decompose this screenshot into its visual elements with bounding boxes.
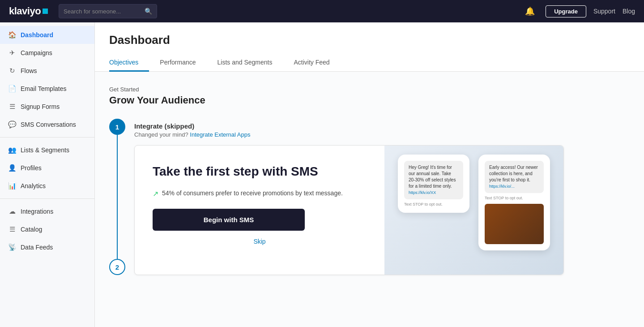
steps-content: Integrate (skipped) Changed your mind? I…: [134, 119, 630, 275]
sidebar-item-sms-conversations[interactable]: 💬 SMS Conversations: [0, 116, 94, 133]
logo-text: klaviyo: [9, 5, 41, 17]
profiles-icon: 👤: [8, 164, 16, 172]
step-1-subtitle: Changed your mind? Integrate External Ap…: [134, 131, 630, 138]
sidebar-item-lists-segments[interactable]: 👥 Lists & Segments: [0, 141, 94, 159]
data-feeds-icon: 📡: [8, 243, 16, 251]
sidebar-item-flows[interactable]: ↻ Flows: [0, 62, 94, 80]
phone-mockup-1: Hey Greg! It's time for our annual sale.…: [398, 155, 469, 213]
catalog-icon: ☰: [8, 225, 16, 233]
search-icon: 🔍: [145, 8, 152, 15]
logo: klaviyo: [9, 5, 48, 17]
integrate-apps-link[interactable]: Integrate External Apps: [190, 131, 250, 138]
logo-square: [43, 9, 48, 14]
support-link[interactable]: Support: [593, 8, 615, 15]
stat-text: 54% of consumers prefer to receive promo…: [162, 189, 343, 198]
sidebar-item-integrations[interactable]: ☁ Integrations: [0, 202, 94, 220]
sidebar-label-profiles: Profiles: [21, 164, 42, 172]
sidebar-item-email-templates[interactable]: 📄 Email Templates: [0, 80, 94, 98]
email-templates-icon: 📄: [8, 85, 16, 93]
grow-title: Grow Your Audience: [109, 95, 630, 106]
content-header: Dashboard Objectives Performance Lists a…: [95, 22, 644, 72]
step-2-circle: 2: [109, 259, 125, 275]
sidebar-label-analytics: Analytics: [21, 182, 46, 189]
phone-stop-1: Text STOP to opt out.: [404, 202, 463, 207]
phone-link-1: https://klv.io/XX: [409, 190, 436, 195]
sidebar-item-dashboard[interactable]: 🏠 Dashboard: [0, 26, 94, 44]
phone-stop-2: Text STOP to opt out.: [485, 196, 544, 200]
sms-card: Take the first step with SMS ↗ 54% of co…: [134, 145, 564, 275]
sidebar-label-dashboard: Dashboard: [21, 31, 53, 39]
sidebar-item-analytics[interactable]: 📊 Analytics: [0, 177, 94, 195]
search-bar[interactable]: 🔍: [59, 4, 157, 18]
sidebar-label-signup-forms: Signup Forms: [21, 103, 60, 110]
tab-lists-segments[interactable]: Lists and Segments: [207, 54, 283, 72]
sidebar-divider-2: [0, 198, 94, 199]
skip-link[interactable]: Skip: [153, 238, 367, 245]
sms-card-title: Take the first step with SMS: [153, 164, 367, 180]
step-2-number: 2: [115, 263, 119, 271]
flows-icon: ↻: [8, 67, 16, 75]
phone-msg-text-2: Early access! Our newer collection is he…: [489, 165, 538, 182]
sidebar-label-email-templates: Email Templates: [21, 85, 66, 92]
content-body: Get Started Grow Your Audience 1 2: [95, 72, 644, 327]
sidebar-label-campaigns: Campaigns: [21, 49, 52, 56]
steps-container: 1 2 Integrate (skipped) Changed your min…: [109, 119, 630, 275]
get-started-label: Get Started: [109, 86, 630, 93]
phone-mockup-2: Early access! Our newer collection is he…: [478, 155, 550, 250]
page-title: Dashboard: [109, 33, 630, 47]
sms-stat: ↗ 54% of consumers prefer to receive pro…: [153, 189, 367, 198]
signup-forms-icon: ☰: [8, 103, 16, 111]
sidebar-divider: [0, 137, 94, 138]
begin-sms-button[interactable]: Begin with SMS: [153, 209, 305, 231]
sidebar-item-catalog[interactable]: ☰ Catalog: [0, 220, 94, 238]
sms-icon: 💬: [8, 120, 16, 129]
tab-objectives[interactable]: Objectives: [109, 54, 149, 72]
changed-mind-text: Changed your mind?: [134, 131, 188, 138]
sidebar-item-profiles[interactable]: 👤 Profiles: [0, 159, 94, 177]
main-content: Dashboard Objectives Performance Lists a…: [95, 22, 644, 327]
phone-msg-text-1: Hey Greg! It's time for our annual sale.…: [409, 165, 456, 189]
step-1-title: Integrate (skipped): [134, 122, 630, 130]
tab-bar: Objectives Performance Lists and Segment…: [109, 54, 630, 71]
step-1-info: Integrate (skipped) Changed your mind? I…: [134, 119, 630, 145]
sidebar-label-sms: SMS Conversations: [21, 121, 76, 128]
notifications-bell[interactable]: 🔔: [521, 4, 538, 18]
tab-performance[interactable]: Performance: [149, 54, 206, 72]
blog-link[interactable]: Blog: [623, 8, 635, 15]
sidebar-label-integrations: Integrations: [21, 208, 53, 215]
sidebar-item-campaigns[interactable]: ✈ Campaigns: [0, 44, 94, 62]
stat-arrow-icon: ↗: [153, 189, 158, 198]
sidebar-label-catalog: Catalog: [21, 226, 42, 233]
sidebar-item-data-feeds[interactable]: 📡 Data Feeds: [0, 238, 94, 256]
analytics-icon: 📊: [8, 182, 16, 190]
sidebar-label-flows: Flows: [21, 67, 37, 74]
dashboard-icon: 🏠: [8, 31, 16, 39]
step-1-number: 1: [115, 123, 119, 131]
tab-activity-feed[interactable]: Activity Feed: [283, 54, 340, 72]
sms-card-content: Take the first step with SMS ↗ 54% of co…: [135, 146, 384, 275]
top-navigation: klaviyo 🔍 🔔 Upgrade Support Blog: [0, 0, 644, 22]
steps-timeline: 1 2: [109, 119, 125, 275]
sms-card-image: Hey Greg! It's time for our annual sale.…: [384, 146, 563, 275]
search-input[interactable]: [64, 8, 141, 15]
phone-message-2: Early access! Our newer collection is he…: [485, 161, 544, 193]
upgrade-button[interactable]: Upgrade: [546, 5, 586, 17]
step-1-circle: 1: [109, 119, 125, 135]
integrations-icon: ☁: [8, 207, 16, 215]
phone-product-image: [485, 204, 544, 244]
phone-message-1: Hey Greg! It's time for our annual sale.…: [404, 161, 463, 199]
phone-link-2: https://klv.io/...: [489, 184, 515, 189]
sidebar-label-data-feeds: Data Feeds: [21, 244, 53, 251]
sidebar: 🏠 Dashboard ✈ Campaigns ↻ Flows 📄 Email …: [0, 22, 95, 327]
step-line: [117, 135, 118, 259]
campaigns-icon: ✈: [8, 49, 16, 57]
sidebar-label-lists: Lists & Segments: [21, 146, 69, 154]
sidebar-item-signup-forms[interactable]: ☰ Signup Forms: [0, 98, 94, 116]
lists-icon: 👥: [8, 146, 16, 154]
